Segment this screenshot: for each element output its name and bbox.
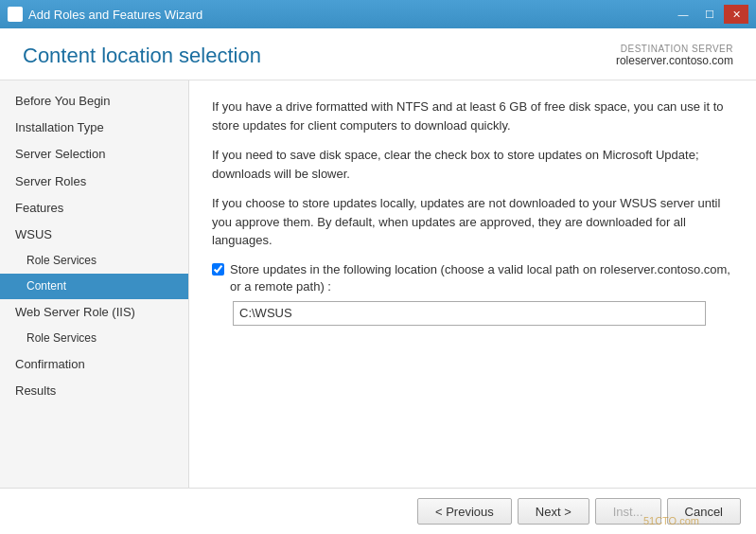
sidebar-item-role-services-wsus[interactable]: Role Services xyxy=(0,248,188,274)
destination-server-info: DESTINATION SERVER roleserver.contoso.co… xyxy=(616,44,733,67)
minimize-button[interactable]: — xyxy=(671,5,695,24)
window-title: Add Roles and Features Wizard xyxy=(28,8,202,22)
content-paragraph: If you have a drive formatted with NTFS … xyxy=(212,98,733,134)
window-controls: — ☐ ✕ xyxy=(671,5,748,24)
store-updates-checkbox[interactable] xyxy=(212,263,224,276)
sidebar: Before You BeginInstallation TypeServer … xyxy=(0,80,189,488)
content-paragraph: If you choose to store updates locally, … xyxy=(212,194,733,250)
title-bar-left: Add Roles and Features Wizard xyxy=(8,7,202,22)
store-updates-row: Store updates in the following location … xyxy=(212,261,733,295)
sidebar-item-installation-type[interactable]: Installation Type xyxy=(0,115,188,141)
next-button[interactable]: Next > xyxy=(518,498,589,525)
destination-label: DESTINATION SERVER xyxy=(616,44,733,54)
wizard-container: Content location selection DESTINATION S… xyxy=(0,28,756,534)
app-icon xyxy=(8,7,23,22)
store-updates-label[interactable]: Store updates in the following location … xyxy=(230,261,733,295)
content-area: If you have a drive formatted with NTFS … xyxy=(189,80,756,488)
sidebar-item-web-server-role[interactable]: Web Server Role (IIS) xyxy=(0,299,188,326)
previous-button[interactable]: < Previous xyxy=(417,498,512,525)
wizard-body: Before You BeginInstallation TypeServer … xyxy=(0,80,756,488)
content-paragraphs: If you have a drive formatted with NTFS … xyxy=(212,98,733,250)
checkbox-section: Store updates in the following location … xyxy=(212,261,733,326)
sidebar-item-confirmation[interactable]: Confirmation xyxy=(0,351,188,378)
install-button[interactable]: Inst... xyxy=(595,498,661,525)
sidebar-item-before-you-begin[interactable]: Before You Begin xyxy=(0,88,188,115)
server-name: roleserver.contoso.com xyxy=(616,54,733,67)
cancel-button[interactable]: Cancel xyxy=(667,498,741,525)
maximize-button[interactable]: ☐ xyxy=(697,5,722,24)
sidebar-item-role-services-iis[interactable]: Role Services xyxy=(0,326,188,351)
sidebar-item-results[interactable]: Results xyxy=(0,378,188,404)
title-bar: Add Roles and Features Wizard — ☐ ✕ xyxy=(0,0,756,28)
path-input[interactable] xyxy=(233,301,706,326)
close-button[interactable]: ✕ xyxy=(724,5,748,24)
page-title: Content location selection xyxy=(23,44,261,68)
wizard-footer: < Previous Next > Inst... Cancel 51CTO.c… xyxy=(0,488,756,534)
sidebar-item-content[interactable]: Content xyxy=(0,274,188,299)
content-paragraph: If you need to save disk space, clear th… xyxy=(212,146,733,183)
path-input-row xyxy=(233,301,733,326)
svg-rect-0 xyxy=(10,9,20,19)
sidebar-item-wsus[interactable]: WSUS xyxy=(0,222,188,248)
sidebar-item-server-selection[interactable]: Server Selection xyxy=(0,141,188,168)
sidebar-item-server-roles[interactable]: Server Roles xyxy=(0,169,188,195)
sidebar-item-features[interactable]: Features xyxy=(0,195,188,222)
wizard-header: Content location selection DESTINATION S… xyxy=(0,28,756,80)
